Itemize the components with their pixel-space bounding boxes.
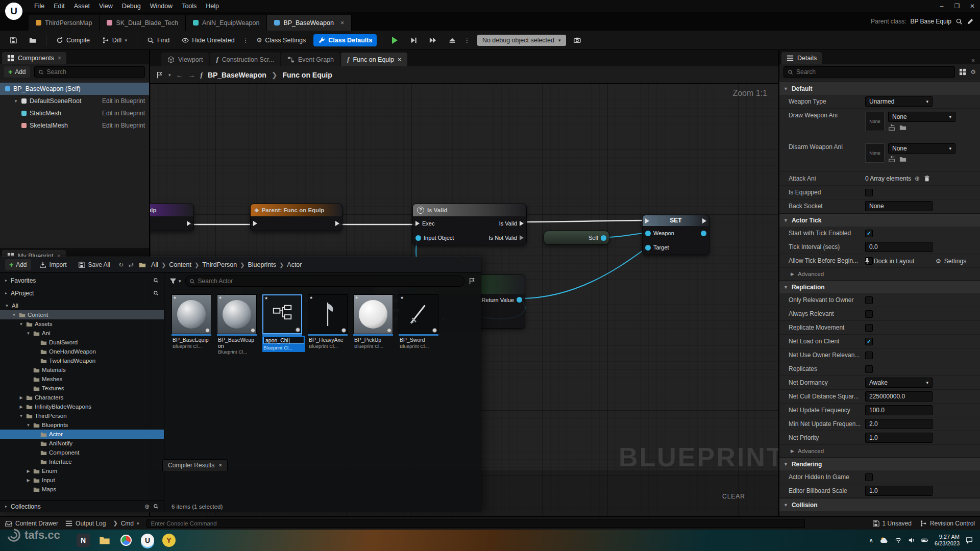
add-collection-icon[interactable]: ⊕	[144, 503, 150, 510]
edit-in-blueprint-link[interactable]: Edit in Blueprint	[102, 110, 145, 117]
forward-arrow-icon[interactable]: →	[188, 71, 195, 79]
close-icon[interactable]: ×	[218, 462, 222, 469]
folder-ani[interactable]: ▼Ani	[0, 329, 164, 338]
eject-button[interactable]	[444, 34, 460, 46]
filter-button[interactable]: ▾	[169, 278, 181, 285]
exec-out-pin[interactable]	[187, 221, 191, 226]
folder-maps[interactable]: Maps	[0, 485, 164, 494]
exec-out-pin[interactable]	[520, 235, 524, 240]
search-icon[interactable]	[153, 290, 159, 296]
folder-dualsword[interactable]: DualSword	[0, 338, 164, 347]
node-self[interactable]: Self	[544, 231, 609, 245]
chevron-down-icon[interactable]: ▾	[13, 98, 18, 104]
section-replication[interactable]: ▼Replication	[779, 280, 980, 293]
close-icon[interactable]: ×	[971, 57, 980, 64]
graph-tab-construction-scr[interactable]: fConstruction Scr...	[210, 53, 280, 66]
folder-twohandweapon[interactable]: TwoHandWeapon	[0, 356, 164, 365]
menu-view[interactable]: View	[94, 0, 117, 12]
node-set[interactable]: SET Weapon Target	[642, 215, 709, 255]
revision-control-button[interactable]: Revision Control	[920, 520, 975, 527]
save-button[interactable]	[5, 34, 21, 46]
bookmark-caret-icon[interactable]: ▾	[168, 72, 171, 78]
resume-button[interactable]	[425, 34, 441, 46]
content-drawer-button[interactable]: Content Drawer	[5, 520, 58, 527]
unreal-engine-logo[interactable]: U	[5, 3, 22, 20]
battery-icon[interactable]	[921, 537, 928, 544]
return-value-pin[interactable]	[517, 297, 522, 303]
chevron-right-icon[interactable]: ▶	[26, 469, 31, 473]
advanced-expander[interactable]: ▶Advanced	[779, 445, 980, 457]
checkbox[interactable]	[865, 324, 873, 332]
browse-button[interactable]	[24, 34, 41, 46]
folder-input[interactable]: ▶Input	[0, 475, 164, 485]
dropdown-none[interactable]: None▾	[888, 143, 955, 154]
value-input[interactable]: 0.0	[865, 242, 933, 252]
details-search-input[interactable]	[796, 68, 951, 76]
menu-debug[interactable]: Debug	[117, 0, 145, 12]
chevron-down-icon[interactable]: ▼	[11, 313, 17, 317]
checkbox[interactable]: ✓	[865, 338, 873, 345]
asset-search[interactable]	[185, 276, 464, 287]
chevron-down-icon[interactable]: ▼	[26, 423, 31, 428]
exec-in-pin[interactable]	[645, 218, 649, 223]
input-object-pin[interactable]	[415, 235, 421, 241]
folder-blueprints[interactable]: ▼Blueprints	[0, 420, 164, 430]
section-actor-tick[interactable]: ▼Actor Tick	[779, 213, 980, 227]
section-default[interactable]: ▼Default	[779, 82, 980, 95]
chevron-down-icon[interactable]: ▼	[26, 331, 31, 336]
section-collision[interactable]: ▼Collision	[779, 498, 980, 511]
graph-tab-viewport[interactable]: Viewport	[161, 53, 209, 66]
import-button[interactable]: Import	[36, 260, 70, 270]
exec-out-pin[interactable]	[335, 221, 339, 226]
asset-tab-thirdpersonmap[interactable]: ThirdPersonMap	[29, 15, 100, 31]
diff-button[interactable]: Diff▾	[97, 34, 132, 46]
asset-rename-input[interactable]: apon_Chi	[263, 337, 304, 344]
menu-edit[interactable]: Edit	[49, 0, 69, 12]
folder-component[interactable]: Component	[0, 448, 164, 457]
breadcrumb-current[interactable]: Func on Equip	[283, 71, 332, 79]
edit-icon[interactable]	[967, 18, 974, 25]
checkbox[interactable]	[865, 352, 873, 359]
compile-button[interactable]: Compile	[52, 34, 94, 46]
folder-interface[interactable]: Interface	[0, 457, 164, 466]
exec-out-pin[interactable]	[520, 221, 524, 226]
search-icon[interactable]	[153, 278, 159, 283]
chevron-down-icon[interactable]: ▼	[18, 322, 24, 327]
breadcrumb-root[interactable]: BP_BaseWeapon	[208, 71, 266, 79]
clear-button[interactable]: CLEAR	[722, 493, 745, 500]
frame-skip-button[interactable]	[405, 34, 422, 46]
close-button[interactable]: ✕	[965, 0, 980, 12]
details-search[interactable]	[783, 66, 955, 78]
checkbox[interactable]	[865, 310, 873, 318]
dropdown-none[interactable]: None▾	[888, 112, 955, 122]
component-skeletalmesh[interactable]: SkeletalMeshEdit in Blueprint	[0, 119, 149, 132]
exec-in-pin[interactable]	[253, 221, 257, 226]
taskbar-clock[interactable]: 9:27 AM 6/23/2023	[935, 534, 960, 547]
chevron-down-icon[interactable]: ▼	[4, 304, 10, 308]
folder-materials[interactable]: Materials	[0, 365, 164, 374]
drawer-settings-button[interactable]: ⚙ Settings	[936, 258, 966, 265]
folder-aninotify[interactable]: AniNotify	[0, 439, 164, 448]
chevron-down-icon[interactable]: ▼	[18, 414, 24, 418]
checkbox[interactable]: ✓	[865, 230, 873, 237]
compiler-results-tab[interactable]: Compiler Results×	[162, 459, 228, 471]
use-selected-icon[interactable]	[888, 156, 895, 163]
checkbox[interactable]	[865, 296, 873, 304]
value-input[interactable]: 225000000.0	[865, 391, 933, 402]
chevron-right-icon[interactable]: ▶	[18, 395, 24, 400]
components-search[interactable]	[34, 66, 145, 78]
close-icon[interactable]: ×	[58, 55, 61, 62]
folder-infinitybladeweapons[interactable]: ▶InfinityBladeWeapons	[0, 402, 164, 411]
play-options-icon[interactable]: ⋮	[463, 36, 470, 44]
history-back-icon[interactable]: ↻	[118, 261, 124, 268]
folder-content[interactable]: ▼Content	[0, 310, 164, 319]
asset-none-thumbnail[interactable]: None	[865, 112, 885, 131]
asset-tile-bp-baseequip[interactable]: ★BP_BaseEquipBlueprint Cl...	[172, 294, 214, 350]
hide-unrelated-button[interactable]: Hide Unrelated	[177, 34, 239, 46]
notification-icon[interactable]	[966, 537, 973, 544]
component-staticmesh[interactable]: StaticMeshEdit in Blueprint	[0, 107, 149, 119]
console-command-input[interactable]: Enter Console Command	[146, 519, 805, 528]
browse-icon[interactable]	[899, 156, 906, 163]
asset-tile-bp-pickup[interactable]: ★BP_PickUpBlueprint Cl...	[353, 294, 396, 350]
find-button[interactable]: Find	[142, 34, 174, 46]
